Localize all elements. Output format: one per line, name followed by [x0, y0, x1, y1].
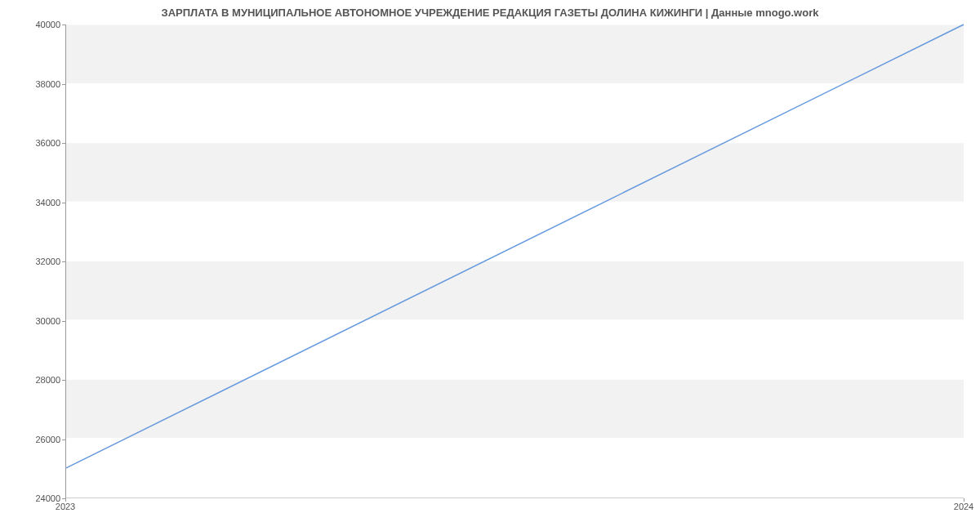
- chart-title: ЗАРПЛАТА В МУНИЦИПАЛЬНОЕ АВТОНОМНОЕ УЧРЕ…: [0, 7, 980, 19]
- x-tick-mark: [964, 498, 964, 502]
- svg-rect-2: [66, 143, 964, 202]
- y-tick-mark: [62, 321, 65, 322]
- y-tick-label: 34000: [35, 198, 60, 207]
- y-tick-mark: [62, 143, 65, 144]
- y-tick-label: 36000: [35, 138, 60, 148]
- x-tick-label: 2023: [56, 502, 75, 511]
- plot-area: [65, 25, 964, 498]
- y-tick-mark: [62, 440, 65, 440]
- y-tick-label: 28000: [35, 375, 60, 385]
- svg-rect-3: [66, 25, 964, 83]
- svg-rect-1: [66, 261, 964, 320]
- y-tick-mark: [62, 25, 65, 25]
- y-tick-label: 30000: [35, 316, 60, 326]
- y-tick-mark: [62, 261, 65, 262]
- chart-svg: [66, 25, 964, 498]
- y-tick-mark: [62, 203, 65, 203]
- y-tick-mark: [62, 84, 65, 85]
- y-tick-label: 40000: [35, 20, 60, 29]
- y-tick-label: 26000: [35, 435, 60, 444]
- x-tick-label: 2024: [954, 502, 973, 511]
- x-tick-mark: [65, 498, 66, 502]
- y-tick-label: 32000: [35, 257, 60, 266]
- y-tick-mark: [62, 380, 65, 381]
- svg-rect-0: [66, 379, 964, 438]
- y-tick-label: 38000: [35, 79, 60, 89]
